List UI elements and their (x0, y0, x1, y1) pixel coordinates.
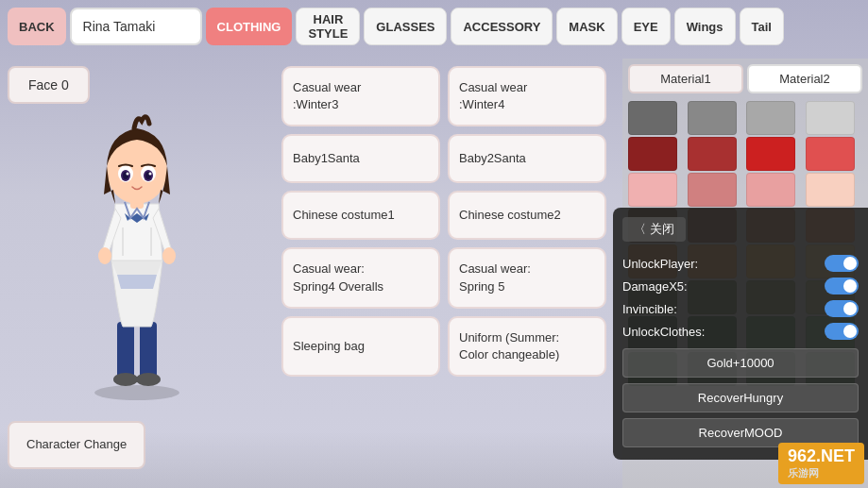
material2-tab[interactable]: Material2 (747, 64, 862, 93)
clothing-item[interactable]: Casual wear:Winter4 (448, 66, 606, 126)
color-swatch[interactable] (688, 173, 737, 207)
unlock-player-row: UnlockPlayer: (622, 255, 859, 272)
color-swatch[interactable] (806, 101, 855, 135)
clothing-item[interactable]: Baby1Santa (281, 134, 440, 183)
tab-accessory[interactable]: ACCESSORY (451, 8, 553, 45)
tab-mask[interactable]: MASK (556, 8, 617, 45)
character-change-button[interactable]: Character Change (8, 421, 145, 469)
svg-point-16 (149, 173, 152, 176)
character-svg (47, 72, 227, 402)
color-swatch[interactable] (806, 137, 855, 171)
clothing-item[interactable]: Uniform (Summer:Color changeable) (448, 316, 606, 377)
material-tabs: Material1 Material2 (622, 59, 868, 99)
svg-point-4 (136, 373, 161, 386)
invincible-row: Invincible: (622, 300, 859, 317)
watermark-top: 962.NET (788, 446, 855, 466)
color-swatch[interactable] (746, 173, 795, 207)
svg-rect-2 (140, 322, 157, 379)
invincible-toggle[interactable] (825, 300, 859, 317)
color-swatch[interactable] (628, 137, 677, 171)
recover-hungry-button[interactable]: RecoverHungry (622, 383, 859, 412)
unlock-player-label: UnlockPlayer: (622, 257, 698, 271)
clothing-item[interactable]: Sleeping bag (281, 316, 440, 377)
clothing-item[interactable]: Chinese costume1 (281, 191, 440, 240)
tab-glasses[interactable]: GLASSES (364, 8, 447, 45)
damage-x5-toggle[interactable] (825, 278, 859, 294)
watermark: 962.NET 乐游网 (778, 443, 864, 484)
unlock-clothes-toggle[interactable] (825, 323, 859, 340)
svg-point-3 (113, 373, 138, 386)
clothing-item[interactable]: Casual wear:Winter3 (281, 66, 440, 126)
color-swatch[interactable] (628, 101, 677, 135)
clothing-item[interactable]: Casual wear:Spring4 Overalls (281, 247, 440, 308)
unlock-clothes-row: UnlockClothes: (622, 323, 859, 340)
back-button[interactable]: BACK (8, 8, 66, 45)
color-swatch[interactable] (806, 173, 855, 207)
face-button[interactable]: Face 0 (8, 66, 90, 104)
damage-x5-label: DamageX5: (622, 279, 688, 294)
character-display (47, 72, 227, 402)
tab-hairstyle[interactable]: HAIRSTYLE (296, 8, 360, 45)
tab-clothing[interactable]: CLOTHING (206, 8, 293, 45)
color-swatch[interactable] (688, 101, 737, 135)
gold-button[interactable]: Gold+10000 (622, 348, 859, 378)
clothing-item[interactable]: Casual wear:Spring 5 (448, 247, 606, 308)
popup-close-button[interactable]: 〈 关闭 (622, 217, 686, 242)
left-panel: Face 0 (0, 66, 104, 104)
character-area: Character Change (0, 53, 274, 488)
clothing-item[interactable]: Chinese costume2 (448, 191, 606, 240)
tab-tail[interactable]: Tail (740, 8, 784, 45)
color-swatch[interactable] (746, 101, 795, 135)
tab-eye[interactable]: EYE (621, 8, 671, 45)
popup-panel: 〈 关闭 UnlockPlayer: DamageX5: Invincible:… (613, 208, 868, 460)
damage-x5-row: DamageX5: (622, 278, 859, 294)
tab-wings[interactable]: Wings (674, 8, 736, 45)
unlock-clothes-label: UnlockClothes: (622, 325, 705, 339)
unlock-player-toggle[interactable] (825, 255, 859, 272)
top-navigation: BACK CLOTHING HAIRSTYLE GLASSES ACCESSOR… (0, 0, 868, 53)
color-swatch[interactable] (746, 137, 795, 171)
clothing-grid: Casual wear:Winter3 Casual wear:Winter4 … (274, 59, 614, 384)
color-swatch[interactable] (628, 173, 677, 207)
svg-point-0 (94, 385, 179, 400)
character-name-input[interactable] (70, 8, 202, 45)
svg-point-5 (98, 247, 111, 264)
material1-tab[interactable]: Material1 (628, 64, 743, 93)
color-swatch[interactable] (688, 137, 737, 171)
svg-rect-1 (117, 322, 134, 379)
watermark-bottom: 乐游网 (788, 466, 855, 480)
clothing-item[interactable]: Baby2Santa (448, 134, 606, 183)
invincible-label: Invincible: (622, 302, 677, 316)
svg-point-15 (127, 173, 129, 176)
svg-point-6 (162, 247, 176, 264)
